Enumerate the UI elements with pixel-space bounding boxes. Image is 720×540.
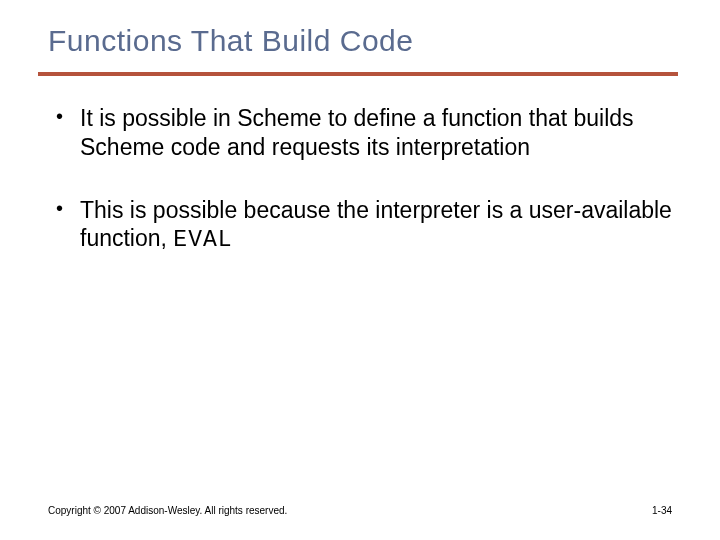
slide: Functions That Build Code It is possible…: [0, 0, 720, 540]
copyright-text: Copyright © 2007 Addison-Wesley. All rig…: [48, 505, 287, 516]
inline-code: EVAL: [173, 227, 232, 253]
page-number: 1-34: [652, 505, 672, 516]
slide-title: Functions That Build Code: [48, 24, 672, 58]
slide-footer: Copyright © 2007 Addison-Wesley. All rig…: [48, 505, 672, 516]
bullet-text: It is possible in Scheme to define a fun…: [80, 105, 634, 160]
bullet-text: This is possible because the interpreter…: [80, 197, 672, 252]
bullet-list: It is possible in Scheme to define a fun…: [48, 104, 672, 255]
bullet-item: This is possible because the interpreter…: [52, 196, 672, 256]
title-divider: [38, 72, 678, 76]
bullet-item: It is possible in Scheme to define a fun…: [52, 104, 672, 162]
